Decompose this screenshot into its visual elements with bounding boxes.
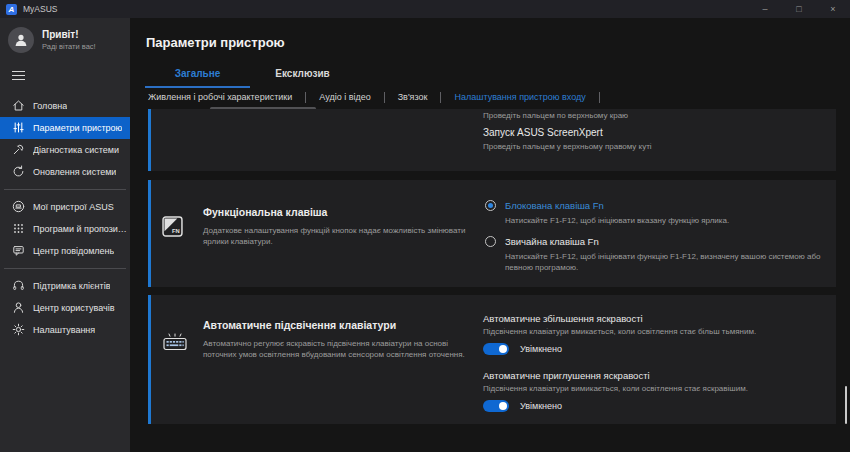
radio-option-normal-fn[interactable]: Звичайна клавіша Fn Натискайте F1-F12, щ… [483, 236, 831, 274]
radio-unselected-icon[interactable] [485, 236, 496, 247]
gesture-description: Проведіть пальцем у верхньому правому ку… [483, 142, 831, 151]
myasus-window: A MyASUS – □ × Привіт! Раді вітати вас! [0, 0, 850, 452]
card-screenxpert-gestures: Проведіть пальцем по верхньому краю Запу… [148, 109, 836, 171]
sidebar-item-label: Параметри пристрою [33, 123, 122, 133]
avatar[interactable] [8, 27, 34, 53]
subtab-connectivity[interactable]: Зв'язок [385, 92, 442, 103]
app-title: MyASUS [23, 4, 57, 14]
sidebar-item-user-center[interactable]: Центр користувачів [0, 297, 130, 319]
home-icon [12, 99, 25, 112]
message-center-icon [12, 244, 25, 257]
sidebar-item-apps-offers[interactable]: Програми й пропозиції від... [0, 218, 130, 240]
radio-selected-icon[interactable] [485, 200, 496, 211]
svg-text:FN: FN [172, 228, 180, 234]
sidebar-item-label: Діагностика системи [33, 145, 119, 155]
toggle-state-label: Увімкнено [520, 401, 562, 411]
card-function-key: FN Функціональна клавіша Додаткове налаш… [148, 180, 836, 287]
subtab-bar: Живлення і робочі характеристики Аудіо і… [148, 92, 600, 103]
sidebar-item-my-devices[interactable]: Мої пристрої ASUS [0, 196, 130, 218]
sidebar: Привіт! Раді вітати вас! Головна [0, 18, 130, 452]
tab-bar: Загальне Ексклюзив [145, 68, 355, 88]
sidebar-item-label: Центр користувачів [33, 303, 115, 313]
radio-option-locked-fn[interactable]: Блокована клавіша Fn Натискайте F1-F12, … [483, 200, 831, 227]
apps-offers-icon [12, 222, 25, 235]
keyboard-backlight-icon [162, 333, 188, 351]
title-bar: A MyASUS – □ × [0, 0, 850, 18]
close-button[interactable]: × [816, 0, 850, 18]
sidebar-item-label: Програми й пропозиції від... [33, 224, 129, 234]
sidebar-item-label: Головна [33, 101, 67, 111]
toggle-state-label: Увімкнено [520, 344, 562, 354]
sidebar-item-settings[interactable]: Налаштування [0, 319, 130, 341]
sidebar-item-device-settings[interactable]: Параметри пристрою [0, 117, 130, 139]
asus-logo-icon: A [6, 4, 17, 15]
toggle-title: Автоматичне збільшення яскравості [483, 313, 831, 324]
sidebar-item-label: Налаштування [33, 325, 95, 335]
greeting-title: Привіт! [42, 29, 96, 40]
sidebar-item-system-update[interactable]: Оновлення системи [0, 161, 130, 183]
card-title: Автоматичне підсвічення клавіатури [203, 319, 468, 331]
hamburger-menu-icon[interactable] [0, 57, 130, 89]
sidebar-divider [4, 189, 126, 190]
sidebar-nav: Головна Параметри пристрою Діаг [0, 95, 130, 341]
minimize-button[interactable]: – [748, 0, 782, 18]
my-devices-icon [12, 200, 25, 213]
radio-description: Натискайте F1-F12, щоб ініціювати функці… [505, 251, 831, 274]
subtab-power[interactable]: Живлення і робочі характеристики [148, 92, 306, 103]
radio-description: Натискайте F1-F12, щоб ініціювати вказан… [505, 215, 831, 227]
card-keyboard-backlight: Автоматичне підсвічення клавіатури Автом… [148, 295, 836, 424]
card-description: Автоматично регулює яскравість підсвічен… [203, 338, 468, 360]
toggle-title: Автоматичне приглушення яскравості [483, 370, 831, 381]
diagnostics-icon [12, 143, 25, 156]
toggle-group-brightness-increase: Автоматичне збільшення яскравості Підсві… [483, 313, 831, 355]
toggle-switch-on[interactable] [483, 343, 509, 355]
toggle-description: Підсвічення клавіатури вмикається, коли … [483, 327, 831, 336]
toggle-group-brightness-dim: Автоматичне приглушення яскравості Підсв… [483, 370, 831, 412]
card-title: Функціональна клавіша [203, 206, 468, 218]
subtab-audio-video[interactable]: Аудіо і відео [306, 92, 384, 103]
settings-gear-icon [12, 323, 25, 336]
toggle-switch-on[interactable] [483, 400, 509, 412]
sidebar-item-label: Оновлення системи [33, 167, 116, 177]
sidebar-item-customer-support[interactable]: Підтримка клієнтів [0, 275, 130, 297]
sidebar-item-label: Центр повідомлень [33, 246, 114, 256]
sidebar-item-label: Підтримка клієнтів [33, 281, 110, 291]
sidebar-item-message-center[interactable]: Центр повідомлень [0, 240, 130, 262]
user-greeting: Привіт! Раді вітати вас! [0, 18, 130, 57]
sidebar-item-label: Мої пристрої ASUS [33, 202, 114, 212]
radio-label: Звичайна клавіша Fn [505, 236, 831, 247]
card-description: Додаткове налаштування функцій кнопок на… [203, 225, 468, 247]
gesture-description: Проведіть пальцем по верхньому краю [483, 111, 831, 120]
subtab-input-device[interactable]: Налаштування пристрою входу [441, 92, 599, 103]
settings-cards: Проведіть пальцем по верхньому краю Запу… [148, 109, 836, 424]
toggle-description: Підсвічення клавіатури вимикається, коли… [483, 384, 831, 393]
vertical-scrollbar-thumb[interactable] [845, 386, 847, 424]
system-update-icon [12, 165, 25, 178]
tab-general[interactable]: Загальне [145, 68, 250, 88]
sidebar-item-home[interactable]: Головна [0, 95, 130, 117]
gesture-title: Запуск ASUS ScreenXpert [483, 127, 831, 138]
fn-key-icon: FN [162, 216, 183, 237]
user-center-icon [12, 301, 25, 314]
greeting-subtitle: Раді вітати вас! [42, 42, 96, 51]
main-content: Параметри пристрою Загальне Ексклюзив Жи… [130, 18, 850, 452]
tab-exclusive[interactable]: Ексклюзив [250, 68, 355, 88]
window-controls: – □ × [748, 0, 850, 18]
maximize-button[interactable]: □ [782, 0, 816, 18]
sidebar-item-diagnostics[interactable]: Діагностика системи [0, 139, 130, 161]
customer-support-icon [12, 279, 25, 292]
page-title: Параметри пристрою [146, 35, 285, 50]
sidebar-divider [4, 268, 126, 269]
radio-label: Блокована клавіша Fn [505, 200, 831, 211]
person-icon [14, 33, 28, 47]
device-settings-icon [12, 121, 25, 134]
